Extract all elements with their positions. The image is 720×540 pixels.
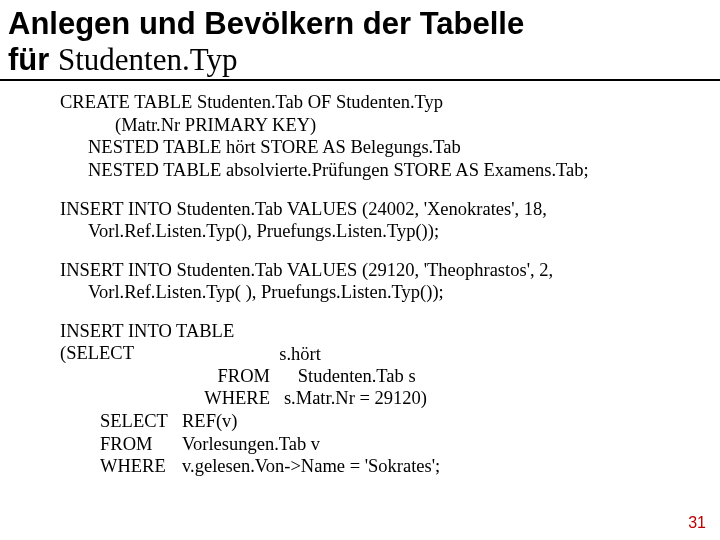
code-line: INSERT INTO TABLE (SELECT s.hört xyxy=(60,320,720,365)
code-line: INSERT INTO Studenten.Tab VALUES (24002,… xyxy=(60,198,720,221)
code-seg: Studenten.Tab s xyxy=(298,366,416,386)
code-line: CREATE TABLE Studenten.Tab OF Studenten.… xyxy=(60,91,720,114)
code-seg: FROM xyxy=(60,365,270,388)
sql-insert1-block: INSERT INTO Studenten.Tab VALUES (24002,… xyxy=(60,198,720,243)
code-line: INSERT INTO Studenten.Tab VALUES (29120,… xyxy=(60,259,720,282)
code-line: Vorl.Ref.Listen.Typ(), Pruefungs.Listen.… xyxy=(60,220,720,243)
code-seg: s.hört xyxy=(279,343,321,363)
page-number: 31 xyxy=(688,514,706,532)
sql-insert3-block: INSERT INTO TABLE (SELECT s.hört FROM St… xyxy=(60,320,720,478)
code-line: NESTED TABLE absolvierte.Prüfungen STORE… xyxy=(60,159,720,182)
code-line: Vorl.Ref.Listen.Typ( ), Pruefungs.Listen… xyxy=(60,281,720,304)
title-prefix2: für xyxy=(8,42,58,77)
code-line: WHEREv.gelesen.Von->Name = 'Sokrates'; xyxy=(60,455,720,478)
code-seg: SELECT xyxy=(100,410,182,433)
slide-title: Anlegen und Bevölkern der Tabelle für St… xyxy=(0,0,720,81)
code-seg: v.gelesen.Von->Name = 'Sokrates'; xyxy=(182,456,440,476)
code-line: NESTED TABLE hört STORE AS Belegungs.Tab xyxy=(60,136,720,159)
code-seg: s.Matr.Nr = 29120) xyxy=(284,388,427,408)
slide-body: CREATE TABLE Studenten.Tab OF Studenten.… xyxy=(0,81,720,477)
code-seg: REF(v) xyxy=(182,411,238,431)
code-seg: WHERE xyxy=(60,387,270,410)
code-line: FROM Studenten.Tab s xyxy=(60,365,720,388)
sql-insert2-block: INSERT INTO Studenten.Tab VALUES (29120,… xyxy=(60,259,720,304)
title-serif-part: Studenten.Typ xyxy=(58,42,238,77)
code-seg: INSERT INTO TABLE (SELECT xyxy=(60,320,270,365)
code-seg: Vorlesungen.Tab v xyxy=(182,434,320,454)
sql-create-block: CREATE TABLE Studenten.Tab OF Studenten.… xyxy=(60,91,720,181)
code-line: SELECTREF(v) xyxy=(60,410,720,433)
code-line: FROMVorlesungen.Tab v xyxy=(60,433,720,456)
title-line1: Anlegen und Bevölkern der Tabelle xyxy=(8,6,524,41)
code-seg: WHERE xyxy=(100,455,182,478)
code-line: WHERE s.Matr.Nr = 29120) xyxy=(60,387,720,410)
code-seg: FROM xyxy=(100,433,182,456)
code-line: (Matr.Nr PRIMARY KEY) xyxy=(60,114,720,137)
